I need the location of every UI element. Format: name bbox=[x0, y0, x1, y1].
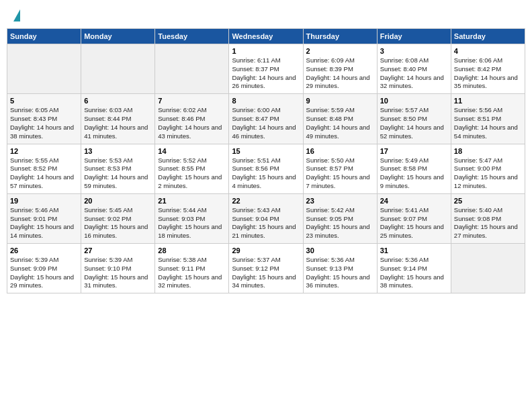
week-row-3: 12Sunrise: 5:55 AM Sunset: 8:52 PM Dayli… bbox=[7, 144, 525, 193]
day-cell: 5Sunrise: 6:05 AM Sunset: 8:43 PM Daylig… bbox=[7, 94, 81, 144]
header-tuesday: Tuesday bbox=[155, 29, 229, 44]
day-number: 2 bbox=[306, 47, 374, 55]
day-cell: 3Sunrise: 6:08 AM Sunset: 8:40 PM Daylig… bbox=[377, 44, 451, 94]
day-number: 19 bbox=[10, 197, 78, 205]
day-cell: 11Sunrise: 5:56 AM Sunset: 8:51 PM Dayli… bbox=[451, 94, 525, 144]
day-info: Sunrise: 5:57 AM Sunset: 8:50 PM Dayligh… bbox=[380, 106, 448, 140]
week-row-5: 26Sunrise: 5:39 AM Sunset: 9:09 PM Dayli… bbox=[7, 244, 525, 293]
day-number: 14 bbox=[158, 147, 226, 155]
day-info: Sunrise: 5:36 AM Sunset: 9:14 PM Dayligh… bbox=[380, 256, 448, 290]
day-number: 12 bbox=[10, 147, 78, 155]
day-number: 13 bbox=[84, 147, 152, 155]
week-row-4: 19Sunrise: 5:46 AM Sunset: 9:01 PM Dayli… bbox=[7, 193, 525, 243]
day-cell: 15Sunrise: 5:51 AM Sunset: 8:56 PM Dayli… bbox=[229, 144, 303, 193]
day-cell: 25Sunrise: 5:40 AM Sunset: 9:08 PM Dayli… bbox=[451, 193, 525, 243]
day-cell: 13Sunrise: 5:53 AM Sunset: 8:53 PM Dayli… bbox=[81, 144, 155, 193]
day-number: 26 bbox=[10, 246, 78, 255]
day-info: Sunrise: 5:38 AM Sunset: 9:11 PM Dayligh… bbox=[158, 256, 226, 290]
day-cell: 18Sunrise: 5:47 AM Sunset: 9:00 PM Dayli… bbox=[451, 144, 525, 193]
day-info: Sunrise: 5:45 AM Sunset: 9:02 PM Dayligh… bbox=[84, 206, 152, 240]
day-number: 25 bbox=[454, 197, 522, 205]
header-row: SundayMondayTuesdayWednesdayThursdayFrid… bbox=[7, 29, 525, 44]
day-cell: 14Sunrise: 5:52 AM Sunset: 8:55 PM Dayli… bbox=[155, 144, 229, 193]
day-cell: 16Sunrise: 5:50 AM Sunset: 8:57 PM Dayli… bbox=[303, 144, 377, 193]
day-number: 30 bbox=[306, 246, 374, 255]
day-cell: 2Sunrise: 6:09 AM Sunset: 8:39 PM Daylig… bbox=[303, 44, 377, 94]
day-cell: 23Sunrise: 5:42 AM Sunset: 9:05 PM Dayli… bbox=[303, 193, 377, 243]
day-info: Sunrise: 6:06 AM Sunset: 8:42 PM Dayligh… bbox=[454, 56, 522, 91]
day-number: 10 bbox=[380, 97, 448, 105]
day-info: Sunrise: 6:02 AM Sunset: 8:46 PM Dayligh… bbox=[158, 106, 226, 140]
day-number: 6 bbox=[84, 97, 152, 105]
day-cell: 12Sunrise: 5:55 AM Sunset: 8:52 PM Dayli… bbox=[7, 144, 81, 193]
day-cell: 28Sunrise: 5:38 AM Sunset: 9:11 PM Dayli… bbox=[155, 244, 229, 293]
day-number: 16 bbox=[306, 147, 374, 155]
day-number: 28 bbox=[158, 246, 226, 255]
day-number: 21 bbox=[158, 197, 226, 205]
day-info: Sunrise: 5:53 AM Sunset: 8:53 PM Dayligh… bbox=[84, 156, 152, 191]
day-cell: 9Sunrise: 5:59 AM Sunset: 8:48 PM Daylig… bbox=[303, 94, 377, 144]
day-info: Sunrise: 5:49 AM Sunset: 8:58 PM Dayligh… bbox=[380, 156, 448, 191]
day-cell: 30Sunrise: 5:36 AM Sunset: 9:13 PM Dayli… bbox=[303, 244, 377, 293]
day-cell bbox=[81, 44, 155, 94]
day-info: Sunrise: 5:42 AM Sunset: 9:05 PM Dayligh… bbox=[306, 206, 374, 240]
day-info: Sunrise: 5:44 AM Sunset: 9:03 PM Dayligh… bbox=[158, 206, 226, 240]
day-cell bbox=[7, 44, 81, 94]
day-number: 24 bbox=[380, 197, 448, 205]
day-info: Sunrise: 5:46 AM Sunset: 9:01 PM Dayligh… bbox=[10, 206, 78, 240]
header-sunday: Sunday bbox=[7, 29, 81, 44]
day-info: Sunrise: 5:52 AM Sunset: 8:55 PM Dayligh… bbox=[158, 156, 226, 191]
day-number: 20 bbox=[84, 197, 152, 205]
day-cell: 26Sunrise: 5:39 AM Sunset: 9:09 PM Dayli… bbox=[7, 244, 81, 293]
day-number: 11 bbox=[454, 97, 522, 105]
day-number: 8 bbox=[232, 97, 300, 105]
week-row-2: 5Sunrise: 6:05 AM Sunset: 8:43 PM Daylig… bbox=[7, 94, 525, 144]
day-info: Sunrise: 6:09 AM Sunset: 8:39 PM Dayligh… bbox=[306, 56, 374, 91]
day-number: 31 bbox=[380, 246, 448, 255]
day-number: 17 bbox=[380, 147, 448, 155]
header-saturday: Saturday bbox=[451, 29, 525, 44]
day-info: Sunrise: 6:08 AM Sunset: 8:40 PM Dayligh… bbox=[380, 56, 448, 91]
day-cell: 22Sunrise: 5:43 AM Sunset: 9:04 PM Dayli… bbox=[229, 193, 303, 243]
day-info: Sunrise: 5:36 AM Sunset: 9:13 PM Dayligh… bbox=[306, 256, 374, 290]
day-info: Sunrise: 6:00 AM Sunset: 8:47 PM Dayligh… bbox=[232, 106, 300, 140]
page-header bbox=[7, 7, 525, 24]
calendar-table: SundayMondayTuesdayWednesdayThursdayFrid… bbox=[7, 28, 525, 293]
day-number: 4 bbox=[454, 47, 522, 55]
day-cell: 4Sunrise: 6:06 AM Sunset: 8:42 PM Daylig… bbox=[451, 44, 525, 94]
day-cell: 8Sunrise: 6:00 AM Sunset: 8:47 PM Daylig… bbox=[229, 94, 303, 144]
day-number: 7 bbox=[158, 97, 226, 105]
day-cell bbox=[451, 244, 525, 293]
day-number: 1 bbox=[232, 47, 300, 55]
day-info: Sunrise: 5:39 AM Sunset: 9:09 PM Dayligh… bbox=[10, 256, 78, 290]
day-info: Sunrise: 5:50 AM Sunset: 8:57 PM Dayligh… bbox=[306, 156, 374, 191]
day-cell: 20Sunrise: 5:45 AM Sunset: 9:02 PM Dayli… bbox=[81, 193, 155, 243]
day-info: Sunrise: 5:40 AM Sunset: 9:08 PM Dayligh… bbox=[454, 206, 522, 240]
day-info: Sunrise: 5:59 AM Sunset: 8:48 PM Dayligh… bbox=[306, 106, 374, 140]
day-number: 15 bbox=[232, 147, 300, 155]
week-row-1: 1Sunrise: 6:11 AM Sunset: 8:37 PM Daylig… bbox=[7, 44, 525, 94]
day-cell: 7Sunrise: 6:02 AM Sunset: 8:46 PM Daylig… bbox=[155, 94, 229, 144]
day-info: Sunrise: 6:05 AM Sunset: 8:43 PM Dayligh… bbox=[10, 106, 78, 140]
logo bbox=[12, 9, 20, 21]
day-number: 27 bbox=[84, 246, 152, 255]
day-info: Sunrise: 5:43 AM Sunset: 9:04 PM Dayligh… bbox=[232, 206, 300, 240]
header-thursday: Thursday bbox=[303, 29, 377, 44]
day-cell: 17Sunrise: 5:49 AM Sunset: 8:58 PM Dayli… bbox=[377, 144, 451, 193]
day-cell bbox=[155, 44, 229, 94]
day-info: Sunrise: 5:39 AM Sunset: 9:10 PM Dayligh… bbox=[84, 256, 152, 290]
day-number: 23 bbox=[306, 197, 374, 205]
day-info: Sunrise: 5:51 AM Sunset: 8:56 PM Dayligh… bbox=[232, 156, 300, 191]
day-cell: 31Sunrise: 5:36 AM Sunset: 9:14 PM Dayli… bbox=[377, 244, 451, 293]
day-info: Sunrise: 6:03 AM Sunset: 8:44 PM Dayligh… bbox=[84, 106, 152, 140]
day-cell: 10Sunrise: 5:57 AM Sunset: 8:50 PM Dayli… bbox=[377, 94, 451, 144]
day-info: Sunrise: 6:11 AM Sunset: 8:37 PM Dayligh… bbox=[232, 56, 300, 91]
day-info: Sunrise: 5:37 AM Sunset: 9:12 PM Dayligh… bbox=[232, 256, 300, 290]
day-info: Sunrise: 5:47 AM Sunset: 9:00 PM Dayligh… bbox=[454, 156, 522, 191]
day-cell: 1Sunrise: 6:11 AM Sunset: 8:37 PM Daylig… bbox=[229, 44, 303, 94]
day-cell: 21Sunrise: 5:44 AM Sunset: 9:03 PM Dayli… bbox=[155, 193, 229, 243]
day-number: 18 bbox=[454, 147, 522, 155]
day-cell: 29Sunrise: 5:37 AM Sunset: 9:12 PM Dayli… bbox=[229, 244, 303, 293]
header-friday: Friday bbox=[377, 29, 451, 44]
day-number: 3 bbox=[380, 47, 448, 55]
